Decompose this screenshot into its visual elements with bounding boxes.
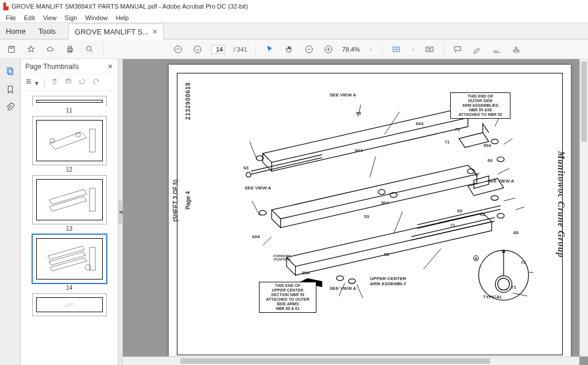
sign-icon[interactable]	[491, 44, 502, 55]
menu-sign[interactable]: Sign	[64, 14, 77, 21]
horizontal-scrollbar[interactable]	[123, 356, 579, 365]
delete-icon[interactable]	[51, 77, 59, 87]
thumbnails-title: Page Thumbnails	[25, 63, 79, 71]
svg-point-30	[497, 157, 504, 161]
part-71: 71	[511, 285, 516, 290]
read-mode-icon[interactable]	[424, 44, 435, 55]
svg-point-32	[497, 213, 504, 218]
svg-point-29	[491, 139, 498, 143]
svg-rect-19	[67, 79, 70, 80]
document-viewport[interactable]: Manitowoc Crane Group 2132900618 (SHEET …	[123, 59, 588, 365]
rotate-ccw-icon[interactable]	[78, 77, 86, 87]
vertical-scrollbar[interactable]	[579, 59, 588, 356]
zoom-out-icon[interactable]	[303, 44, 315, 55]
menu-window[interactable]: Window	[85, 14, 107, 21]
attachment-rail-icon[interactable]	[5, 103, 16, 113]
svg-rect-22	[90, 129, 95, 152]
scrollbar-thumb[interactable]	[180, 358, 490, 364]
stamp-icon[interactable]	[510, 44, 522, 55]
thumbnail-15[interactable]	[32, 293, 107, 316]
tab-document[interactable]: GROVE MANLIFT S... ✕	[68, 24, 164, 40]
divider-handle-icon[interactable]: ◀	[118, 201, 123, 224]
zoom-in-icon[interactable]	[323, 44, 334, 55]
see-view-a: SEE VIEW A	[330, 286, 356, 291]
svg-rect-14	[9, 69, 13, 75]
svg-point-25	[85, 265, 91, 270]
save-icon[interactable]	[6, 44, 17, 55]
svg-rect-23	[90, 188, 95, 211]
window-title: GROVE MANLIFT SM3884XT PARTS MANUAL.pdf …	[11, 3, 248, 10]
part-72: 72	[521, 260, 526, 265]
print-thumb-icon[interactable]	[64, 77, 72, 87]
svg-point-39	[498, 278, 510, 290]
print-icon[interactable]	[64, 44, 76, 55]
menu-view[interactable]: View	[43, 14, 57, 21]
thumbnails-panel: Page Thumbnails ✕ ▾ 11 12 13 14	[21, 59, 118, 365]
fit-width-icon[interactable]	[390, 44, 402, 55]
svg-rect-15	[26, 80, 30, 80]
zoom-level-label[interactable]: 78.4%	[342, 46, 360, 53]
bookmark-rail-icon[interactable]	[5, 84, 16, 95]
part-number-label: 2132900618	[185, 82, 191, 120]
panel-divider[interactable]: ◀	[118, 59, 123, 365]
part-904: 904	[381, 200, 389, 205]
svg-point-21	[76, 133, 80, 137]
tabbar: Home Tools GROVE MANLIFT S... ✕	[0, 23, 588, 40]
svg-point-20	[50, 138, 55, 143]
page-total-label: / 341	[233, 46, 247, 53]
svg-point-7	[194, 46, 201, 53]
selection-tool-icon[interactable]	[264, 44, 276, 55]
thumbnail-label: 14	[21, 285, 118, 291]
thumbnail-11[interactable]	[32, 96, 107, 106]
svg-point-33	[378, 189, 385, 194]
thumbnails-rail-icon[interactable]	[5, 66, 16, 76]
cloud-icon[interactable]	[45, 44, 56, 55]
search-icon[interactable]	[84, 44, 95, 55]
part-63: 63	[243, 165, 249, 170]
thumbnail-12[interactable]	[32, 116, 107, 165]
comment-icon[interactable]	[452, 44, 463, 55]
chevron-down-icon[interactable]	[410, 44, 416, 55]
part-904: 904	[302, 270, 310, 275]
thumbnail-13[interactable]	[32, 175, 107, 224]
forward-label: FORWARD POSITION	[273, 254, 291, 261]
svg-rect-24	[90, 247, 95, 270]
svg-point-27	[259, 211, 266, 215]
page-up-icon[interactable]	[172, 44, 184, 55]
svg-point-6	[175, 46, 181, 53]
tab-document-label: GROVE MANLIFT S...	[75, 28, 149, 36]
rotate-cw-icon[interactable]	[92, 77, 100, 87]
svg-point-26	[256, 156, 263, 160]
part-67: 67	[474, 172, 479, 177]
see-view-a: SEE VIEW A	[488, 178, 514, 184]
hand-tool-icon[interactable]	[284, 44, 295, 55]
part-904: 904	[483, 143, 491, 148]
close-tab-icon[interactable]: ✕	[152, 28, 157, 36]
exploded-diagram	[203, 82, 536, 355]
highlight-icon[interactable]	[471, 44, 483, 55]
chevron-down-icon[interactable]	[368, 44, 374, 55]
page-down-icon[interactable]	[192, 44, 203, 55]
thumbnail-14[interactable]	[32, 234, 107, 284]
navigation-rail	[0, 59, 21, 365]
page-number-input[interactable]	[211, 45, 225, 54]
svg-rect-0	[9, 46, 15, 52]
svg-rect-12	[513, 50, 519, 52]
scrollbar-thumb[interactable]	[581, 61, 587, 142]
svg-rect-18	[66, 80, 71, 83]
window-titlebar: ▙ GROVE MANLIFT SM3884XT PARTS MANUAL.pd…	[0, 0, 588, 13]
tab-tools[interactable]: Tools	[38, 27, 56, 36]
thumbnails-list[interactable]: 11 12 13 14	[21, 91, 118, 365]
options-icon[interactable]: ▾	[25, 77, 38, 87]
see-view-a: SEE VIEW A	[330, 92, 356, 98]
close-panel-icon[interactable]: ✕	[107, 63, 113, 71]
menu-help[interactable]: Help	[116, 14, 129, 21]
part-58: 58	[384, 252, 389, 257]
tab-home[interactable]: Home	[6, 27, 26, 36]
star-icon[interactable]	[25, 44, 37, 55]
menu-edit[interactable]: Edit	[24, 14, 35, 21]
page-brand-label: Manitowoc Crane Group	[556, 151, 566, 258]
menubar: File Edit View Sign Window Help	[0, 13, 588, 23]
part-71: 71	[450, 223, 455, 228]
menu-file[interactable]: File	[6, 14, 16, 21]
